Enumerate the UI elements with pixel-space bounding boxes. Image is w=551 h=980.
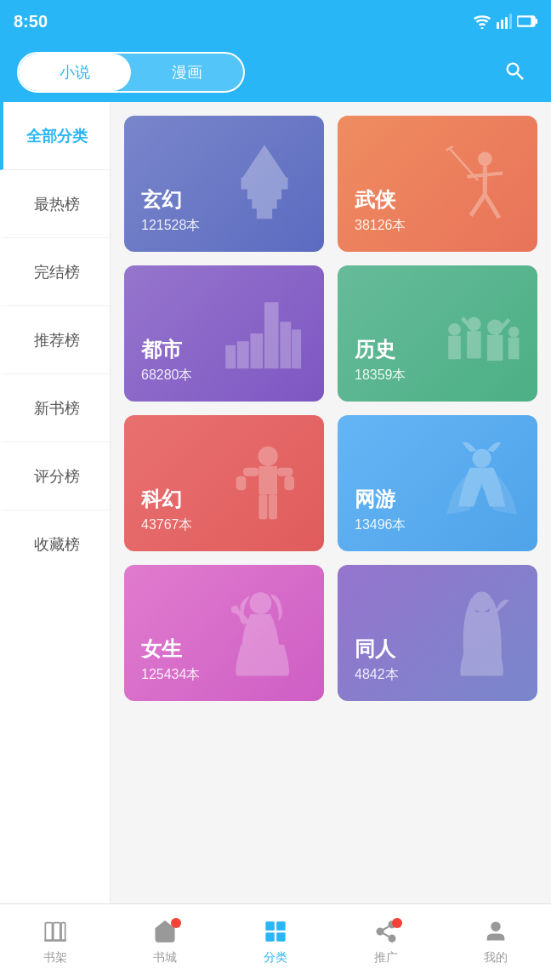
- category-card-lishi[interactable]: 历史 18359本: [338, 265, 537, 402]
- nav-badge-promote: [392, 918, 402, 928]
- signal-icon: [497, 14, 512, 29]
- svg-point-0: [481, 27, 484, 29]
- category-card-kehuan[interactable]: 科幻 43767本: [124, 415, 324, 551]
- search-icon: [503, 60, 527, 83]
- svg-point-61: [389, 935, 395, 941]
- sidebar-item-completed[interactable]: 完结榜: [0, 238, 110, 306]
- nav-item-bookstore[interactable]: 书城: [152, 920, 178, 966]
- svg-rect-2: [501, 20, 503, 29]
- svg-line-62: [383, 932, 389, 937]
- svg-rect-1: [497, 22, 499, 29]
- category-card-tongren[interactable]: 同人 4842本: [338, 565, 537, 701]
- nav-icon-wrap-shelf: [43, 920, 68, 947]
- status-icons: [473, 14, 537, 29]
- svg-line-20: [449, 148, 477, 180]
- svg-point-28: [448, 323, 461, 336]
- nav-icon-wrap-category: [263, 920, 288, 947]
- sidebar-item-hot[interactable]: 最热榜: [0, 170, 110, 238]
- category-card-xuanhuan[interactable]: 玄幻 121528本: [124, 116, 324, 252]
- nav-icon-wrap-promote: [373, 920, 399, 947]
- nav-icon-wrap-bookstore: [152, 920, 178, 947]
- nav-label-shelf: 书架: [43, 950, 67, 966]
- svg-rect-55: [265, 921, 275, 931]
- svg-rect-6: [536, 19, 538, 24]
- svg-rect-57: [265, 932, 275, 942]
- status-time: 8:50: [14, 12, 48, 31]
- tab-comic[interactable]: 漫画: [131, 54, 243, 91]
- tab-novel[interactable]: 小说: [19, 54, 131, 91]
- shelf-icon: [43, 920, 68, 943]
- card-title-wangyou: 网游: [355, 486, 520, 513]
- card-count-wangyou: 13496本: [355, 516, 520, 534]
- category-card-dushi[interactable]: 都市 68280本: [124, 265, 324, 402]
- battery-icon: [517, 15, 537, 27]
- category-grid: 玄幻 121528本 武侠 38126本: [111, 102, 551, 903]
- nav-item-shelf[interactable]: 书架: [43, 920, 68, 966]
- svg-rect-53: [61, 922, 65, 940]
- card-title-nvsheng: 女生: [141, 635, 307, 663]
- nav-item-mine[interactable]: 我的: [483, 920, 508, 966]
- svg-point-49: [230, 606, 238, 613]
- card-title-tongren: 同人: [355, 635, 520, 663]
- bottom-nav: 书架 书城 分类: [0, 903, 551, 980]
- category-card-wangyou[interactable]: 网游 13496本: [338, 415, 537, 551]
- card-title-kehuan: 科幻: [141, 486, 307, 513]
- card-count-nvsheng: 125434本: [141, 666, 307, 684]
- svg-point-60: [377, 928, 383, 934]
- svg-rect-40: [243, 468, 258, 476]
- sidebar-item-rating[interactable]: 评分榜: [0, 442, 110, 510]
- tab-switcher: 小说 漫画: [17, 52, 245, 93]
- nav-badge-bookstore: [171, 918, 181, 928]
- svg-rect-7: [519, 18, 531, 26]
- svg-rect-4: [509, 14, 512, 29]
- sidebar: 全部分类 最热榜 完结榜 推荐榜 新书榜 评分榜 收藏榜: [0, 102, 111, 903]
- svg-point-15: [478, 152, 492, 167]
- nav-label-category: 分类: [264, 950, 287, 966]
- nav-label-promote: 推广: [374, 950, 398, 966]
- sidebar-item-new[interactable]: 新书榜: [0, 374, 110, 442]
- svg-rect-51: [45, 922, 52, 940]
- svg-rect-58: [276, 932, 286, 942]
- sidebar-item-all[interactable]: 全部分类: [0, 102, 110, 170]
- wifi-icon: [473, 14, 491, 29]
- nav-icon-wrap-mine: [483, 920, 508, 947]
- svg-rect-56: [276, 921, 286, 931]
- nav-label-mine: 我的: [484, 950, 508, 966]
- main-content: 全部分类 最热榜 完结榜 推荐榜 新书榜 评分榜 收藏榜: [0, 102, 551, 903]
- svg-point-47: [249, 592, 271, 614]
- svg-rect-41: [277, 468, 293, 476]
- card-count-dushi: 68280本: [141, 367, 307, 385]
- card-title-wuxia: 武侠: [355, 186, 520, 214]
- mine-icon: [483, 920, 508, 943]
- svg-line-63: [383, 926, 389, 930]
- category-card-nvsheng[interactable]: 女生 125434本: [124, 565, 324, 701]
- header: 小说 漫画: [0, 43, 551, 102]
- nav-item-category[interactable]: 分类: [263, 920, 288, 966]
- svg-point-38: [258, 447, 277, 466]
- card-title-lishi: 历史: [355, 336, 520, 363]
- category-icon: [263, 920, 288, 943]
- sidebar-item-collect[interactable]: 收藏榜: [0, 510, 110, 578]
- card-count-xuanhuan: 121528本: [141, 217, 307, 235]
- card-title-xuanhuan: 玄幻: [141, 186, 307, 214]
- card-count-wuxia: 38126本: [355, 217, 520, 235]
- svg-point-64: [492, 922, 500, 930]
- svg-rect-52: [53, 922, 60, 940]
- status-bar: 8:50: [0, 0, 551, 43]
- category-card-wuxia[interactable]: 武侠 38126本: [338, 116, 537, 252]
- card-count-kehuan: 43767本: [141, 516, 307, 534]
- sidebar-item-recommend[interactable]: 推荐榜: [0, 306, 110, 374]
- card-count-tongren: 4842本: [355, 666, 520, 684]
- svg-point-46: [472, 449, 491, 468]
- search-button[interactable]: [497, 53, 534, 93]
- card-count-lishi: 18359本: [355, 367, 520, 385]
- svg-rect-3: [505, 17, 508, 29]
- nav-label-bookstore: 书城: [153, 950, 177, 966]
- nav-item-promote[interactable]: 推广: [373, 920, 399, 966]
- card-title-dushi: 都市: [141, 336, 307, 363]
